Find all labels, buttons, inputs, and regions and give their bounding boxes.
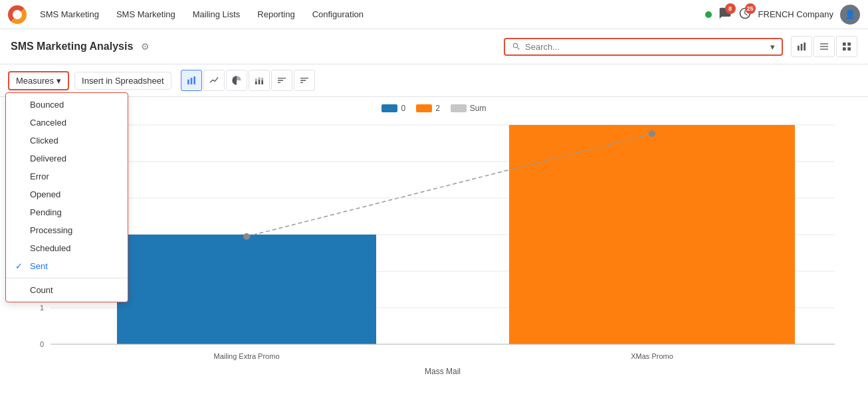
online-status-dot [705, 11, 712, 18]
svg-rect-13 [261, 80, 263, 84]
measure-error-label: Error [30, 171, 49, 181]
svg-rect-14 [261, 78, 263, 80]
svg-rect-5 [820, 49, 828, 49]
chart-legend: 0 2 Sum [11, 104, 857, 113]
nav-configuration[interactable]: Configuration [306, 7, 370, 22]
nav-reporting[interactable]: Reporting [251, 7, 301, 22]
measure-canceled[interactable]: Canceled [6, 114, 128, 132]
view-toggle-buttons [791, 36, 857, 57]
measure-count-label: Count [30, 285, 53, 295]
search-box[interactable]: ▾ [504, 38, 783, 56]
measure-opened-label: Opened [30, 189, 60, 199]
svg-rect-9 [255, 81, 257, 84]
measure-opened[interactable]: Opened [6, 185, 128, 203]
svg-rect-12 [258, 77, 260, 79]
measures-button[interactable]: Measures ▾ [8, 71, 69, 90]
measure-clicked-label: Clicked [30, 136, 58, 146]
toolbar: Measures ▾ Insert in Spreadsheet Bounced [0, 64, 868, 97]
svg-rect-8 [193, 76, 195, 84]
dropdown-divider [6, 278, 128, 278]
app-logo [8, 5, 27, 24]
legend-label-sum: Sum [470, 104, 487, 113]
svg-rect-7 [190, 78, 192, 84]
nav-mailing-lists[interactable]: Mailing Lists [186, 7, 247, 22]
check-sent: ✓ [15, 261, 25, 271]
measure-scheduled[interactable]: Scheduled [6, 239, 128, 257]
legend-label-2: 2 [435, 104, 440, 113]
insert-spreadsheet-button[interactable]: Insert in Spreadsheet [74, 72, 171, 90]
legend-color-2 [416, 104, 432, 112]
search-dropdown-button[interactable]: ▾ [770, 42, 775, 52]
chat-badge: 8 [725, 3, 736, 14]
bar-xmas-promo-orange[interactable] [509, 125, 795, 344]
svg-text:Mailing Extra Promo: Mailing Extra Promo [213, 352, 279, 360]
chat-notification-icon[interactable]: 8 [718, 7, 732, 22]
search-icon [512, 42, 521, 51]
nav-sms-marketing-main[interactable]: SMS Marketing [33, 7, 106, 22]
search-input[interactable] [525, 42, 766, 52]
measures-dropdown: Bounced Canceled Clicked Delivered Error… [5, 92, 128, 302]
user-avatar[interactable]: 👤 [840, 5, 860, 25]
sort-desc-button[interactable] [294, 70, 315, 91]
svg-rect-6 [187, 80, 189, 84]
grid-view-button[interactable] [836, 36, 857, 57]
measure-canceled-label: Canceled [30, 118, 66, 128]
measure-bounced-label: Bounced [30, 100, 64, 110]
legend-item-2: 2 [416, 104, 440, 113]
svg-text:XMas Promo: XMas Promo [631, 352, 673, 360]
svg-rect-1 [801, 44, 803, 51]
svg-rect-10 [255, 78, 257, 81]
measure-scheduled-label: Scheduled [30, 243, 70, 253]
trend-dot-1 [243, 233, 250, 240]
measure-count[interactable]: Count [6, 281, 128, 299]
top-navigation: SMS Marketing SMS Marketing Mailing List… [0, 0, 868, 29]
legend-color-0 [381, 104, 397, 112]
measure-bounced[interactable]: Bounced [6, 96, 128, 114]
measure-processing[interactable]: Processing [6, 221, 128, 239]
page-header: SMS Marketing Analysis ⚙ ▾ [0, 29, 868, 64]
bar-chart-button[interactable] [181, 70, 202, 91]
nav-sms-marketing[interactable]: SMS Marketing [110, 7, 182, 22]
svg-text:1: 1 [40, 304, 44, 312]
svg-rect-11 [258, 80, 260, 84]
line-chart-button[interactable] [203, 70, 225, 91]
measure-delivered-label: Delivered [30, 154, 66, 163]
list-view-button[interactable] [814, 36, 835, 57]
clock-badge: 25 [745, 3, 756, 14]
measures-label: Measures [16, 76, 54, 86]
measure-error[interactable]: Error [6, 167, 128, 185]
sort-asc-button[interactable] [271, 70, 292, 91]
chart-type-buttons [181, 70, 315, 91]
measures-dropdown-arrow: ▾ [56, 76, 61, 86]
svg-rect-4 [820, 46, 828, 47]
measure-clicked[interactable]: Clicked [6, 132, 128, 150]
measure-sent-label: Sent [30, 261, 48, 271]
chart-area: 0 2 Sum 6 5 4 3 2 1 0 [0, 97, 868, 384]
measure-delivered[interactable]: Delivered [6, 150, 128, 167]
bar-mailing-extra-promo-blue[interactable] [117, 235, 376, 344]
svg-rect-0 [798, 46, 800, 51]
legend-item-0: 0 [381, 104, 405, 113]
measure-processing-label: Processing [30, 225, 72, 235]
settings-gear-icon[interactable]: ⚙ [141, 41, 150, 52]
stacked-bar-button[interactable] [249, 70, 270, 91]
measure-pending-label: Pending [30, 207, 62, 217]
svg-rect-3 [820, 43, 828, 44]
pie-chart-button[interactable] [226, 70, 247, 91]
legend-label-0: 0 [401, 104, 405, 113]
bar-chart-view-button[interactable] [791, 36, 812, 57]
measure-pending[interactable]: Pending [6, 203, 128, 221]
measure-sent[interactable]: ✓ Sent [6, 257, 128, 275]
page-title: SMS Marketing Analysis [11, 41, 133, 52]
svg-text:0: 0 [40, 340, 44, 348]
company-name: FRENCH Company [758, 9, 833, 19]
legend-color-sum [451, 104, 467, 112]
svg-rect-2 [804, 43, 806, 51]
svg-text:Mass Mail: Mass Mail [425, 367, 461, 376]
bar-chart-svg: 6 5 4 3 2 1 0 Mailing Extra Promo XMas P… [11, 118, 857, 377]
legend-item-sum: Sum [451, 104, 487, 113]
clock-notification-icon[interactable]: 25 [738, 7, 752, 22]
trend-dot-2 [649, 130, 655, 137]
